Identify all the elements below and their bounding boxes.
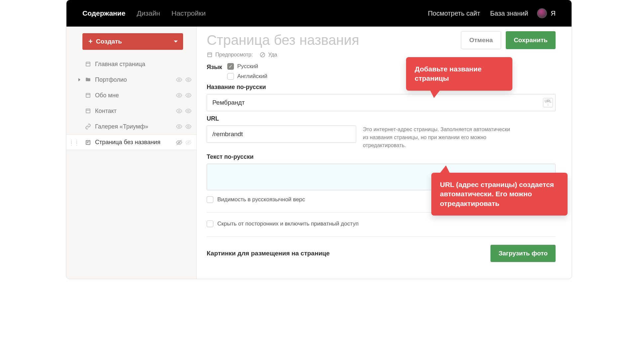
sidebar-item-portfolio[interactable]: Портфолио [66, 72, 196, 88]
preview-link[interactable]: Предпросмотр: [207, 52, 253, 58]
svg-point-6 [178, 95, 180, 96]
upload-button[interactable]: Загрузить фото [490, 245, 556, 262]
svg-point-13 [188, 126, 189, 128]
nav-content[interactable]: Содержание [82, 9, 125, 17]
arrow-down-icon: ↓ [547, 103, 549, 106]
sidebar: + Создать Главная страница Портфолио О [66, 27, 197, 279]
sidebar-item-label: Галерея «Триумф» [95, 123, 176, 130]
tooltip-text: URL (адрес страницы) создается автоматич… [440, 181, 554, 207]
generate-url-button[interactable]: URL ↓ [543, 98, 553, 107]
sidebar-item-untitled[interactable]: ⋮⋮⋮⋮ Страница без названия [66, 135, 196, 150]
visibility-label: Видимость в русскоязычной верс [217, 196, 305, 203]
folder-icon [85, 77, 91, 83]
page-icon [85, 61, 91, 67]
body: + Создать Главная страница Портфолио О [66, 27, 572, 279]
url-section-label: URL [207, 115, 556, 122]
lang-ru-label: Русский [237, 63, 258, 70]
tooltip-url: URL (адрес страницы) создается автоматич… [431, 173, 568, 216]
create-label: Создать [96, 38, 122, 45]
visibility-checkbox[interactable]: Видимость в русскоязычной верс [207, 196, 305, 203]
drag-handle-icon[interactable]: ⋮⋮⋮⋮ [69, 140, 80, 144]
name-input-wrap: URL ↓ [207, 94, 556, 111]
chevron-down-icon [174, 41, 178, 43]
lang-ru-checkbox[interactable]: ✓ Русский [227, 63, 267, 70]
visibility-icons[interactable] [176, 108, 192, 114]
svg-point-3 [188, 79, 189, 81]
nav-design[interactable]: Дизайн [137, 9, 160, 17]
sidebar-item-contact[interactable]: Контакт [66, 103, 196, 119]
topbar: Содержание Дизайн Настройки Посмотреть с… [66, 0, 572, 27]
checkbox-icon [227, 73, 234, 80]
tooltip-arrow-icon [439, 165, 451, 175]
svg-point-2 [178, 79, 180, 81]
sidebar-item-label: Контакт [95, 108, 176, 115]
sidebar-item-gallery[interactable]: Галерея «Триумф» [66, 119, 196, 135]
plus-icon: + [88, 37, 93, 46]
app-window: Содержание Дизайн Настройки Посмотреть с… [66, 0, 572, 279]
page-title: Страница без названия [207, 32, 461, 48]
sidebar-list: Главная страница Портфолио Обо мне Конта… [66, 56, 196, 150]
tooltip-text: Добавьте название страницы [415, 65, 481, 82]
upload-row: Картинки для размещения на странице Загр… [207, 245, 556, 262]
visibility-icons[interactable] [176, 139, 192, 146]
svg-rect-21 [208, 53, 212, 57]
save-button[interactable]: Сохранить [506, 31, 556, 49]
checkbox-icon [207, 196, 213, 203]
sidebar-item-home[interactable]: Главная страница [66, 56, 196, 72]
sidebar-item-label: Обо мне [95, 92, 176, 99]
nav-settings[interactable]: Настройки [171, 9, 206, 17]
link-knowledge-base[interactable]: База знаний [490, 10, 528, 17]
svg-point-12 [178, 126, 180, 128]
language-label: Язык [207, 63, 227, 71]
svg-rect-8 [86, 109, 90, 113]
chevron-right-icon [78, 78, 80, 81]
tooltip-arrow-icon [429, 89, 441, 98]
user-initial[interactable]: Я [551, 10, 556, 17]
preview-label: Предпросмотр: [215, 52, 253, 58]
visibility-icons[interactable] [176, 123, 192, 130]
svg-line-24 [261, 53, 264, 56]
link-view-site[interactable]: Посмотреть сайт [428, 10, 480, 17]
private-checkbox[interactable]: Скрыть от посторонних и включить приватн… [207, 221, 359, 227]
images-title: Картинки для размещения на странице [207, 250, 330, 257]
header-row: Страница без названия Отмена Сохранить [207, 31, 556, 49]
checkbox-icon [207, 221, 213, 227]
svg-point-7 [188, 95, 189, 96]
create-button[interactable]: + Создать [82, 33, 183, 50]
svg-rect-0 [86, 62, 90, 66]
private-label: Скрыть от посторонних и включить приватн… [217, 221, 359, 227]
text-label: Текст по-русски [207, 153, 556, 160]
url-help-text: Это интернет-адрес страницы. Заполняется… [363, 126, 516, 149]
separator [207, 236, 556, 237]
preview-icon [207, 52, 213, 58]
sidebar-item-label: Портфолио [95, 76, 176, 83]
disable-icon [260, 52, 266, 58]
page-icon [85, 92, 91, 98]
cancel-button[interactable]: Отмена [461, 31, 501, 49]
name-input[interactable] [207, 94, 556, 111]
url-input[interactable] [207, 126, 356, 143]
textpage-icon [85, 139, 91, 145]
disable-link[interactable]: Уда [260, 52, 277, 58]
page-icon [85, 108, 91, 114]
svg-point-11 [188, 110, 189, 112]
avatar[interactable] [537, 8, 547, 18]
checkbox-checked-icon: ✓ [227, 63, 234, 70]
lang-en-label: Английский [237, 73, 267, 80]
sidebar-item-label: Главная страница [95, 61, 192, 68]
url-row: Это интернет-адрес страницы. Заполняется… [207, 126, 556, 149]
svg-point-10 [178, 110, 180, 112]
lang-en-checkbox[interactable]: Английский [227, 73, 267, 80]
language-group: ✓ Русский Английский [227, 63, 267, 80]
main-content: Страница без названия Отмена Сохранить П… [197, 27, 572, 279]
svg-rect-4 [86, 93, 90, 97]
visibility-icons[interactable] [176, 92, 192, 99]
sidebar-item-about[interactable]: Обо мне [66, 88, 196, 103]
visibility-icons[interactable] [176, 76, 192, 83]
tooltip-title: Добавьте название страницы [406, 57, 512, 91]
sidebar-item-label: Страница без названия [95, 139, 176, 146]
disable-label: Уда [268, 52, 277, 58]
link-icon [85, 124, 91, 130]
